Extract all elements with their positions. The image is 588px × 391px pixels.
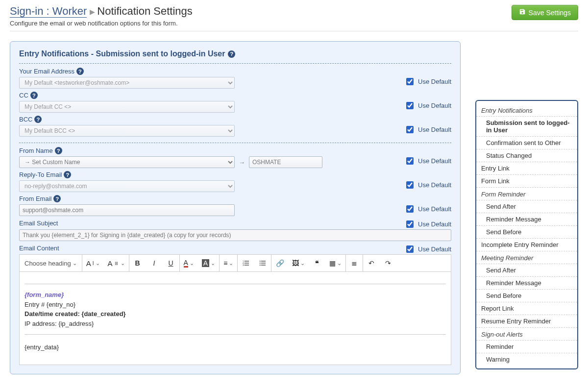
align-justify-button[interactable]: ≣ [346, 255, 363, 271]
content-form-name: {form_name} [24, 291, 64, 298]
sidebar-section-form-reminder: Form Reminder [476, 188, 577, 200]
use-default-content[interactable]: Use Default [404, 244, 451, 254]
your-email-select[interactable]: My Default <testworker@oshmate.com> [19, 77, 235, 89]
save-icon [519, 8, 526, 17]
use-default-content-checkbox[interactable] [406, 245, 414, 253]
sidebar-section-meeting-reminder: Meeting Reminder [476, 251, 577, 264]
undo-button[interactable]: ↶ [363, 255, 380, 271]
image-icon: 🖼 [292, 259, 299, 267]
content-entry-data: {entry_data} [24, 343, 59, 351]
use-default-subject[interactable]: Use Default [404, 219, 451, 229]
help-icon[interactable]: ? [30, 92, 38, 99]
underline-button[interactable]: U [163, 255, 179, 271]
breadcrumb-link[interactable]: Sign-in : Worker [10, 5, 87, 18]
sidebar-item-submission-sent[interactable]: Submission sent to logged-in User [476, 116, 577, 137]
content-line-ip-label: IP address: [24, 320, 58, 327]
heading-dropdown[interactable]: Choose heading [20, 255, 82, 271]
editor-toolbar: Choose heading AI A꠲ B I U A A [19, 254, 451, 272]
content-line-entry: Entry # [24, 301, 47, 308]
sidebar-item-status-changed[interactable]: Status Changed [476, 149, 577, 162]
justify-icon: ≣ [351, 259, 357, 267]
use-default-reply-to-checkbox[interactable] [406, 181, 414, 189]
sidebar-item-report-link[interactable]: Report Link [476, 302, 577, 315]
sidebar-item-alert-reminder[interactable]: Reminder [476, 340, 577, 353]
panel-title-text: Entry Notifications - Submission sent to… [19, 49, 225, 58]
sidebar-item-meeting-send-after[interactable]: Send After [476, 264, 577, 277]
redo-icon: ↷ [385, 259, 391, 267]
use-default-from-name[interactable]: Use Default [404, 147, 451, 166]
italic-button[interactable]: I [146, 255, 163, 271]
cc-select[interactable]: My Default CC <> [19, 101, 235, 113]
sidebar-section-sign-out-alerts: Sign-out Alerts [476, 328, 577, 340]
entry-notifications-panel: Entry Notifications - Submission sent to… [10, 41, 461, 374]
bold-button[interactable]: B [129, 255, 146, 271]
help-icon[interactable]: ? [228, 50, 235, 58]
align-button[interactable]: ≡ [220, 255, 237, 271]
from-name-label: From Name [19, 147, 53, 154]
sidebar-section-entry-notifications: Entry Notifications [476, 104, 577, 116]
quote-icon: ❝ [315, 259, 319, 267]
use-default-bcc[interactable]: Use Default [404, 116, 451, 135]
sidebar-item-form-link[interactable]: Form Link [476, 175, 577, 188]
sidebar-item-incomplete-entry[interactable]: Incomplete Entry Reminder [476, 239, 577, 251]
ordered-list-button[interactable] [238, 255, 254, 271]
sidebar-item-resume-entry[interactable]: Resume Entry Reminder [476, 315, 577, 328]
use-default-from-email-checkbox[interactable] [406, 205, 414, 213]
use-default-bcc-checkbox[interactable] [406, 126, 414, 133]
content-line-date-label: Date/time created: [24, 310, 81, 318]
from-email-input[interactable] [19, 204, 235, 216]
use-default-cc-checkbox[interactable] [406, 102, 414, 109]
from-email-label: From Email [19, 195, 51, 202]
save-settings-button[interactable]: Save Settings [512, 5, 578, 20]
bcc-label: BCC [19, 116, 32, 123]
page-subtitle: Configure the email or web notification … [10, 20, 193, 27]
help-icon[interactable]: ? [53, 195, 61, 202]
page-title: Sign-in : Worker ▶ Notification Settings [10, 5, 193, 18]
page-title-text: Notification Settings [97, 5, 192, 17]
sidebar-item-meeting-reminder-message[interactable]: Reminder Message [476, 277, 577, 290]
sidebar-item-send-before[interactable]: Send Before [476, 226, 577, 239]
redo-button[interactable]: ↷ [380, 255, 396, 271]
use-default-reply-to[interactable]: Use Default [404, 171, 451, 190]
sidebar-item-meeting-send-before[interactable]: Send Before [476, 290, 577, 302]
use-default-email[interactable]: Use Default [404, 68, 451, 87]
help-icon[interactable]: ? [76, 68, 84, 75]
cc-label: CC [19, 92, 28, 99]
reply-to-label: Reply-To Email [19, 171, 62, 178]
font-size-button[interactable]: A꠲ [104, 255, 129, 271]
blockquote-button[interactable]: ❝ [309, 255, 325, 271]
content-label: Email Content [19, 244, 59, 252]
save-settings-label: Save Settings [529, 9, 571, 17]
from-name-input[interactable] [249, 156, 322, 168]
sidebar-item-entry-link[interactable]: Entry Link [476, 162, 577, 175]
table-button[interactable]: ▦ [325, 255, 345, 271]
from-name-select[interactable]: → Set Custom Name [19, 156, 235, 168]
table-icon: ▦ [329, 259, 336, 267]
sidebar-item-send-after[interactable]: Send After [476, 200, 577, 213]
use-default-cc[interactable]: Use Default [404, 92, 451, 111]
editor-content-area[interactable]: {form_name} Entry # {entry_no} Date/time… [19, 272, 451, 365]
font-color-button[interactable]: A [180, 255, 198, 271]
help-icon[interactable]: ? [34, 116, 42, 123]
help-icon[interactable]: ? [64, 171, 71, 178]
use-default-subject-checkbox[interactable] [406, 220, 414, 228]
use-default-email-checkbox[interactable] [406, 78, 414, 85]
subject-input[interactable] [19, 229, 451, 241]
use-default-from-email[interactable]: Use Default [404, 195, 451, 214]
font-case-button[interactable]: AI [82, 255, 104, 271]
highlight-button[interactable]: A [198, 255, 219, 271]
bcc-select[interactable]: My Default BCC <> [19, 125, 235, 137]
chevron-right-icon: ▶ [90, 8, 97, 16]
align-left-icon: ≡ [223, 259, 227, 267]
link-button[interactable]: 🔗 [271, 255, 288, 271]
image-button[interactable]: 🖼 [288, 255, 309, 271]
unordered-list-button[interactable] [254, 255, 271, 271]
help-icon[interactable]: ? [55, 147, 62, 154]
link-icon: 🔗 [276, 259, 284, 267]
reply-to-select[interactable]: no-reply@oshmate.com [19, 180, 235, 192]
arrow-right-icon: → [237, 159, 247, 166]
sidebar-item-alert-warning[interactable]: Warning [476, 353, 577, 366]
sidebar-item-reminder-message[interactable]: Reminder Message [476, 213, 577, 226]
sidebar-item-confirmation-other[interactable]: Confirmation sent to Other [476, 137, 577, 149]
use-default-from-name-checkbox[interactable] [406, 157, 414, 165]
